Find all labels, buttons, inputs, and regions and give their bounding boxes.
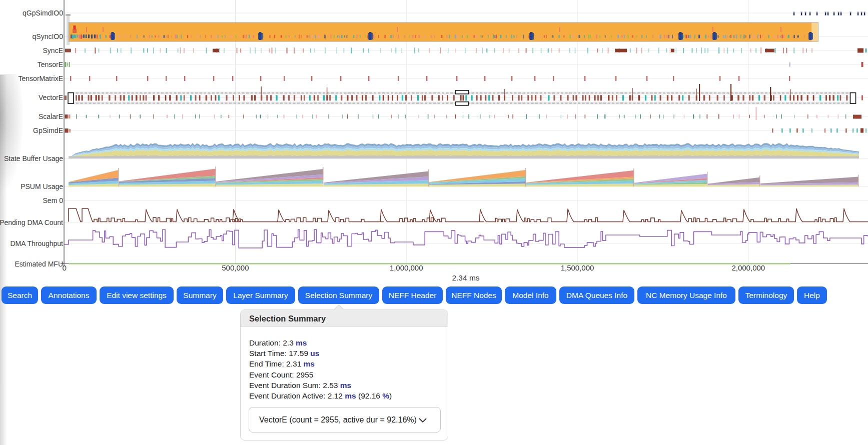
svg-text:qSyncIO0: qSyncIO0 bbox=[33, 32, 64, 40]
svg-text:0: 0 bbox=[62, 264, 66, 272]
svg-text:500,000: 500,000 bbox=[222, 264, 249, 272]
svg-text:2.34 ms: 2.34 ms bbox=[452, 274, 479, 282]
svg-text:VectorE: VectorE bbox=[39, 94, 63, 102]
svg-text:TensorMatrixE: TensorMatrixE bbox=[19, 74, 63, 82]
svg-text:qGpSimdIO0: qGpSimdIO0 bbox=[23, 9, 63, 17]
svg-text:ScalarE: ScalarE bbox=[39, 112, 63, 120]
svg-text:1,000,000: 1,000,000 bbox=[390, 264, 423, 272]
svg-text:TensorE: TensorE bbox=[38, 60, 63, 68]
svg-text:Estimated MFU: Estimated MFU bbox=[15, 260, 63, 268]
svg-text:Sem 0: Sem 0 bbox=[43, 196, 64, 204]
svg-text:2,000,000: 2,000,000 bbox=[731, 264, 765, 272]
svg-text:SyncE: SyncE bbox=[43, 46, 63, 54]
svg-text:PSUM Usage: PSUM Usage bbox=[21, 182, 63, 190]
svg-text:DMA Throughput: DMA Throughput bbox=[10, 240, 63, 248]
svg-text:1,500,000: 1,500,000 bbox=[561, 264, 594, 272]
svg-text:GpSimdE: GpSimdE bbox=[33, 126, 63, 134]
